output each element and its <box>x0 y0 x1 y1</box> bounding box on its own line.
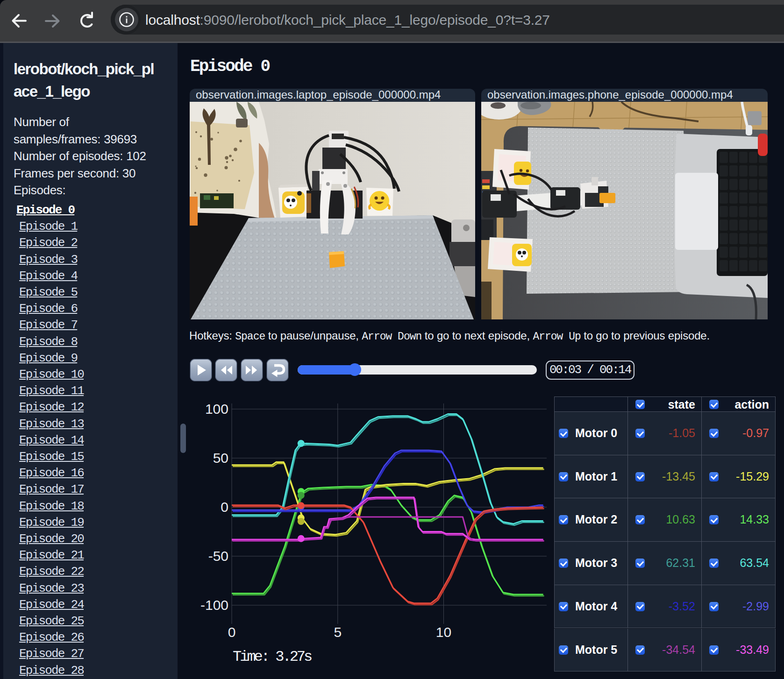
svg-text:5: 5 <box>334 624 342 640</box>
svg-text:0: 0 <box>221 499 228 515</box>
svg-text:0: 0 <box>228 624 236 640</box>
svg-text:50: 50 <box>213 450 228 466</box>
svg-text:10: 10 <box>436 624 451 640</box>
svg-text:-50: -50 <box>208 548 228 564</box>
svg-text:100: 100 <box>205 401 228 417</box>
svg-text:-100: -100 <box>200 597 228 613</box>
